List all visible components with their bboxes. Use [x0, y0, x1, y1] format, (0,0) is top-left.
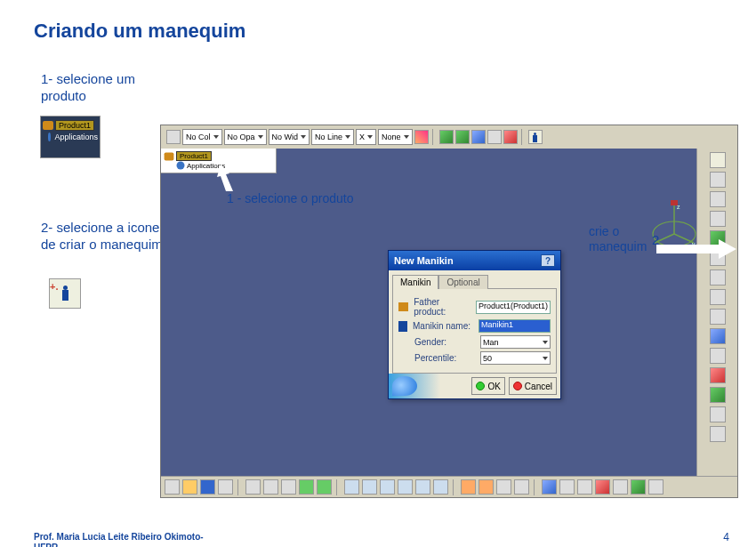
ok-icon	[476, 382, 485, 390]
svg-marker-8	[656, 239, 736, 259]
dropdown-nowidth[interactable]: No Wid	[269, 129, 310, 145]
tool-icon[interactable]	[710, 211, 726, 227]
paint-icon[interactable]	[414, 130, 429, 144]
product-node[interactable]: Product1	[176, 151, 212, 161]
tb-icon-misc[interactable]	[648, 479, 664, 495]
tb-icon-generic[interactable]	[166, 130, 181, 144]
grid-icon[interactable]	[471, 130, 486, 144]
dropdown-none[interactable]: None	[378, 129, 413, 145]
gender-select[interactable]: Man	[480, 335, 551, 349]
callout2-text: crie o manequim	[589, 224, 647, 254]
chevron-down-icon	[258, 135, 263, 139]
row-gender: Gender: Man	[398, 335, 551, 349]
tool-icon[interactable]	[710, 309, 726, 325]
save-icon[interactable]	[200, 479, 215, 495]
bottom-toolbar	[161, 476, 737, 497]
manikin-standing-icon[interactable]	[710, 152, 726, 168]
tool-icon[interactable]	[710, 328, 726, 344]
lookat-icon[interactable]	[433, 479, 448, 495]
toolbar-separator	[237, 479, 241, 495]
dropdown-x[interactable]: X	[356, 129, 376, 145]
percentile-select[interactable]: 50	[480, 351, 551, 365]
callout1-arrow-icon	[212, 165, 238, 195]
tool-icon[interactable]	[710, 367, 726, 383]
dropdown-noline[interactable]: No Line	[311, 129, 354, 145]
chevron-down-icon	[345, 135, 350, 139]
undo-icon[interactable]	[299, 479, 314, 495]
normal-icon[interactable]	[415, 479, 430, 495]
new-icon[interactable]	[165, 479, 180, 495]
rotate-view-icon[interactable]	[380, 479, 395, 495]
toolbar-separator	[521, 129, 525, 145]
tb-icon-misc[interactable]	[542, 479, 557, 495]
callout2-number: 2	[652, 232, 659, 247]
chevron-down-icon	[543, 357, 548, 360]
dialog-titlebar[interactable]: New Manikin ?	[389, 251, 560, 270]
tool-icon[interactable]	[710, 191, 726, 207]
move-icon[interactable]	[439, 130, 454, 144]
page-number: 4	[723, 531, 729, 543]
custom-icon[interactable]	[514, 479, 529, 495]
dropdown-noopacity[interactable]: No Opa	[224, 129, 267, 145]
align-icon[interactable]	[487, 130, 502, 144]
father-label: Father product:	[414, 297, 472, 317]
shade-edge-icon[interactable]	[479, 479, 494, 495]
tb-icon-misc[interactable]	[577, 479, 592, 495]
copy-icon[interactable]	[263, 479, 278, 495]
tool-icon[interactable]	[710, 348, 726, 364]
gender-value: Man	[483, 338, 499, 347]
fit-icon[interactable]	[344, 479, 359, 495]
product-icon	[43, 121, 53, 130]
wire-icon[interactable]	[496, 479, 511, 495]
redo-icon[interactable]	[317, 479, 332, 495]
tool-icon[interactable]	[710, 172, 726, 188]
print-icon[interactable]	[218, 479, 233, 495]
rotate-icon[interactable]	[455, 130, 470, 144]
tb-icon-misc[interactable]	[631, 479, 646, 495]
help-button[interactable]: ?	[541, 254, 555, 267]
manikin-tb-icon[interactable]	[528, 130, 543, 144]
cancel-button[interactable]: Cancel	[509, 377, 557, 395]
svg-marker-7	[217, 165, 233, 191]
chevron-down-icon	[367, 135, 373, 139]
paste-icon[interactable]	[281, 479, 296, 495]
dd-label: No Opa	[228, 133, 255, 141]
toolbar-separator	[336, 479, 340, 495]
cut-icon[interactable]	[245, 479, 261, 495]
chevron-down-icon	[404, 135, 409, 139]
tool-icon[interactable]	[710, 426, 726, 442]
toolbar-separator	[534, 479, 537, 495]
dd-label: None	[382, 133, 401, 141]
tb-icon-misc[interactable]	[595, 479, 610, 495]
callout2-arrow-icon	[656, 239, 736, 259]
pan-icon[interactable]	[362, 479, 377, 495]
create-manikin-icon-thumbnail: +.	[49, 278, 81, 309]
ok-button[interactable]: OK	[471, 377, 504, 395]
cancel-label: Cancel	[525, 382, 552, 391]
open-icon[interactable]	[182, 479, 197, 495]
footer-institution: UFPR	[34, 543, 58, 547]
tab-manikin[interactable]: Manikin	[392, 275, 438, 289]
callout1-text: 1 - selecione o produto	[227, 191, 353, 206]
zoom-icon[interactable]	[398, 479, 413, 495]
tab-optional[interactable]: Optional	[438, 275, 487, 289]
dropdown-nocolor[interactable]: No Col	[182, 129, 222, 145]
name-field[interactable]: Manikin1	[479, 319, 551, 333]
tb-icon-misc[interactable]	[559, 479, 575, 495]
tool-icon[interactable]	[710, 387, 726, 403]
step2-instruction: 2- selecione a icone de criar o manequim	[41, 220, 165, 253]
dd-label: No Col	[186, 133, 211, 141]
slide-title: Criando um manequim	[34, 20, 245, 43]
applications-label: Applications	[54, 133, 98, 141]
tool-icon[interactable]	[710, 406, 726, 422]
chevron-down-icon	[301, 135, 306, 139]
tb-icon-misc[interactable]	[613, 479, 628, 495]
father-value-field[interactable]: Product1(Product1)	[476, 301, 551, 314]
delete-icon[interactable]	[503, 130, 518, 144]
manikin-icon	[60, 286, 69, 302]
tool-icon[interactable]	[710, 269, 726, 286]
percentile-label: Percentile:	[414, 353, 477, 363]
dialog-body: Father product: Product1(Product1) Manik…	[392, 288, 557, 374]
shade-icon[interactable]	[461, 479, 476, 495]
tool-icon[interactable]	[710, 289, 726, 305]
